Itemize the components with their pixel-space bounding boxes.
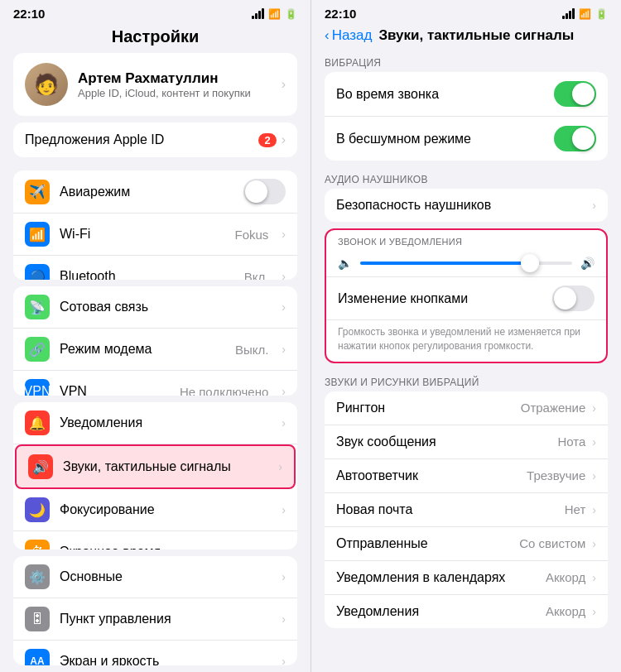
vibration-header: ВИБРАЦИЯ <box>311 50 621 72</box>
focus-label: Фокусирование <box>60 502 272 517</box>
profile-card[interactable]: 🧑 Артем Рахматуллин Apple ID, iCloud, ко… <box>13 53 297 116</box>
notifications-chevron: › <box>282 416 286 430</box>
settings-row-focus[interactable]: 🌙 Фокусирование › <box>13 489 297 531</box>
profile-name: Артем Рахматуллин <box>78 70 272 87</box>
wifi-chevron: › <box>282 228 286 241</box>
sounds-icon: 🔊 <box>28 454 53 479</box>
volume-row[interactable]: 🔈 🔊 <box>326 250 606 277</box>
vibration-silent-toggle[interactable] <box>554 126 596 151</box>
headphones-group: Безопасность наушников › <box>325 189 608 222</box>
sound-voicemail-row[interactable]: Автоответчик Трезвучие › <box>325 459 608 493</box>
sounds-chevron: › <box>278 460 282 473</box>
btn-volume-change-row[interactable]: Изменение кнопками <box>326 277 606 320</box>
settings-group-3: 🔔 Уведомления › 🔊 Звуки, тактильные сигн… <box>13 402 297 550</box>
battery-icon: 🔋 <box>285 8 297 20</box>
left-time: 22:10 <box>13 7 45 21</box>
right-time: 22:10 <box>325 7 356 21</box>
avatar: 🧑 <box>25 63 68 106</box>
airplane-label: Авиарежим <box>60 185 233 199</box>
left-nav-title: Настройки <box>0 24 310 53</box>
sound-ringtone-label: Рингтон <box>336 401 385 415</box>
sound-calendar-label: Уведомления в календарях <box>336 570 505 585</box>
wifi-icon: 📶 <box>268 8 281 20</box>
settings-row-display[interactable]: AA Экран и яркость › <box>13 641 297 665</box>
right-status-icons: 📶 🔋 <box>562 8 608 20</box>
general-icon: ⚙️ <box>25 564 50 589</box>
volume-low-icon: 🔈 <box>338 257 352 270</box>
signal-icon <box>252 8 264 19</box>
vpn-chevron: › <box>282 385 286 396</box>
vibration-silent-row[interactable]: В бесшумном режиме <box>325 117 608 161</box>
profile-sub: Apple ID, iCloud, контент и покупки <box>78 87 272 99</box>
cellular-chevron: › <box>282 300 286 314</box>
cellular-label: Сотовая связь <box>60 300 272 314</box>
ringtone-section: ЗВОНОК И УВЕДОМЛЕНИЯ 🔈 🔊 Изменение кнопк… <box>325 228 608 363</box>
vibration-ring-toggle[interactable] <box>554 81 596 107</box>
sound-calendar-row[interactable]: Уведомления в календарях Аккорд › <box>325 561 608 595</box>
settings-row-general[interactable]: ⚙️ Основные › <box>13 556 297 598</box>
suggestion-badge: 2 <box>258 133 276 147</box>
display-icon: AA <box>25 649 50 665</box>
wifi-label: Wi-Fi <box>60 227 224 242</box>
vibration-ring-row[interactable]: Во время звонка <box>325 72 608 117</box>
sound-voicemail-chevron: › <box>592 469 596 482</box>
btn-volume-change-toggle[interactable] <box>552 286 595 311</box>
ringtone-note: Громкость звонка и уведомлений не изменя… <box>326 320 606 362</box>
suggestion-chevron: › <box>282 132 286 147</box>
sound-reminders-row[interactable]: Уведомления Аккорд › <box>325 595 608 628</box>
settings-row-airplane[interactable]: ✈️ Авиарежим <box>13 170 297 214</box>
right-panel: 22:10 📶 🔋 ‹ Назад Звуки, тактильные сигн… <box>310 0 621 672</box>
volume-thumb <box>521 254 539 272</box>
settings-row-wifi[interactable]: 📶 Wi-Fi Fokus › <box>13 214 297 256</box>
settings-row-sounds[interactable]: 🔊 Звуки, тактильные сигналы › <box>15 444 296 489</box>
volume-slider[interactable] <box>360 262 572 265</box>
back-button[interactable]: ‹ Назад <box>325 27 372 44</box>
display-chevron: › <box>282 655 286 665</box>
vibration-silent-label: В бесшумном режиме <box>336 132 471 146</box>
back-chevron-icon: ‹ <box>325 27 330 44</box>
headphones-chevron: › <box>592 199 596 212</box>
headphones-safety-row[interactable]: Безопасность наушников › <box>325 189 608 222</box>
controlcenter-chevron: › <box>282 612 286 626</box>
wifi-settings-icon: 📶 <box>25 222 50 247</box>
sound-ringtone-row[interactable]: Рингтон Отражение › <box>325 391 608 425</box>
settings-row-vpn[interactable]: VPN VPN Не подключено › <box>13 371 297 396</box>
airplane-toggle[interactable] <box>243 179 286 204</box>
sound-sent-row[interactable]: Отправленные Со свистом › <box>325 527 608 561</box>
screentime-chevron: › <box>282 545 286 550</box>
settings-row-screentime[interactable]: ⏱ Экранное время › <box>13 531 297 550</box>
right-nav: ‹ Назад Звуки, тактильные сигналы <box>311 24 621 50</box>
hotspot-chevron: › <box>282 343 286 356</box>
screentime-label: Экранное время <box>60 545 272 550</box>
controlcenter-label: Пункт управления <box>60 612 272 626</box>
settings-row-hotspot[interactable]: 🔗 Режим модема Выкл. › <box>13 329 297 371</box>
right-signal-icon <box>562 8 575 19</box>
sounds-group: Рингтон Отражение › Звук сообщения Нота … <box>325 391 608 628</box>
settings-row-controlcenter[interactable]: 🎛 Пункт управления › <box>13 598 297 641</box>
sound-calendar-chevron: › <box>592 571 596 584</box>
sound-ringtone-chevron: › <box>592 401 596 415</box>
settings-group-4: ⚙️ Основные › 🎛 Пункт управления › AA Эк… <box>13 556 297 665</box>
sound-reminders-value: Аккорд <box>546 604 585 618</box>
bluetooth-icon: 🔵 <box>25 264 50 280</box>
general-chevron: › <box>282 570 286 583</box>
ringtone-section-header: ЗВОНОК И УВЕДОМЛЕНИЯ <box>326 230 606 250</box>
sound-message-chevron: › <box>592 435 596 449</box>
sound-voicemail-label: Автоответчик <box>336 468 418 483</box>
btn-volume-change-label: Изменение кнопками <box>338 291 468 306</box>
profile-chevron: › <box>282 77 286 92</box>
bluetooth-value: Вкл. <box>244 270 269 281</box>
notifications-label: Уведомления <box>60 415 272 430</box>
focus-icon: 🌙 <box>25 497 50 522</box>
settings-row-bluetooth[interactable]: 🔵 Bluetooth Вкл. › <box>13 256 297 280</box>
right-status-bar: 22:10 📶 🔋 <box>311 0 621 24</box>
settings-row-cellular[interactable]: 📡 Сотовая связь › <box>13 286 297 329</box>
settings-row-notifications[interactable]: 🔔 Уведомления › <box>13 402 297 444</box>
sound-message-row[interactable]: Звук сообщения Нота › <box>325 425 608 459</box>
sound-newmail-row[interactable]: Новая почта Нет › <box>325 493 608 527</box>
focus-chevron: › <box>282 503 286 516</box>
display-label: Экран и яркость <box>60 654 272 665</box>
sound-newmail-label: Новая почта <box>336 502 412 517</box>
wifi-value: Fokus <box>234 228 268 242</box>
suggestion-row[interactable]: Предложения Apple ID 2 › <box>13 122 297 157</box>
